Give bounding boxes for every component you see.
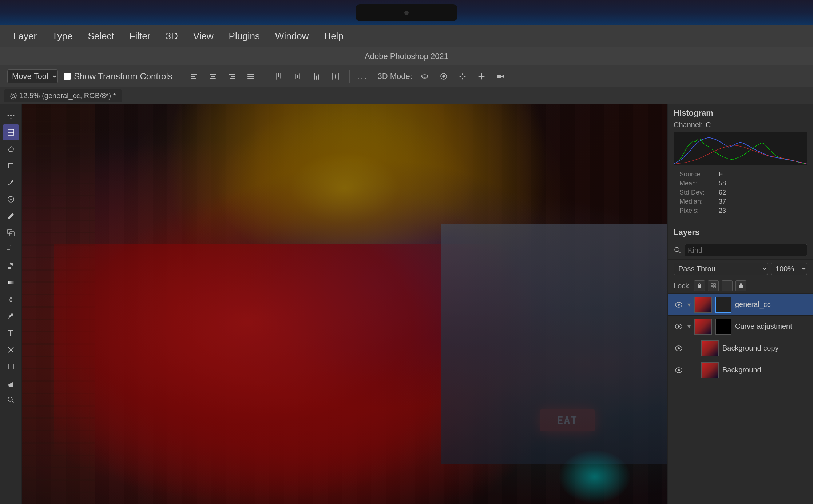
3d-video-icon[interactable]: [494, 70, 507, 83]
lock-image-btn[interactable]: [708, 280, 719, 291]
svg-rect-53: [711, 286, 713, 288]
lasso-tool-btn[interactable]: [3, 141, 19, 157]
3d-orbit-icon[interactable]: [437, 70, 450, 83]
3d-pan-icon[interactable]: [456, 70, 469, 83]
transform-controls-label: Show Transform Controls: [74, 71, 172, 81]
transform-controls-checkbox[interactable]: [64, 73, 71, 80]
align-left-icon[interactable]: [187, 70, 201, 83]
divider-1: [180, 70, 180, 83]
svg-rect-11: [247, 78, 254, 79]
opacity-select[interactable]: 100%: [771, 263, 807, 275]
mean-value: 58: [719, 180, 726, 187]
svg-line-49: [679, 251, 681, 253]
menu-help[interactable]: Help: [318, 28, 349, 44]
svg-rect-12: [276, 73, 277, 80]
layer-eye-2[interactable]: [674, 321, 684, 332]
svg-rect-9: [247, 74, 254, 75]
divider-3: [349, 70, 350, 83]
eraser-tool-btn[interactable]: [3, 258, 19, 274]
svg-rect-18: [314, 73, 315, 80]
svg-rect-19: [316, 75, 317, 79]
layer-expand-2[interactable]: ▾: [687, 323, 691, 331]
layer-expand-1[interactable]: ▾: [687, 301, 691, 309]
3d-slide-icon[interactable]: [475, 70, 488, 83]
zoom-tool-btn[interactable]: [3, 392, 19, 408]
valign-top-icon[interactable]: [272, 70, 285, 83]
valign-bottom-icon[interactable]: [310, 70, 323, 83]
layer-name-2: Curve adjustment: [735, 322, 807, 331]
svg-rect-22: [338, 73, 338, 80]
more-options-icon[interactable]: ...: [357, 71, 368, 82]
layer-row-4[interactable]: Background: [668, 359, 813, 381]
align-justify-icon[interactable]: [244, 70, 257, 83]
divider-2: [265, 70, 265, 83]
brush-tool-btn[interactable]: [3, 208, 19, 224]
svg-rect-10: [247, 76, 254, 76]
menu-layer[interactable]: Layer: [7, 28, 43, 44]
main-area: T EAT: [0, 104, 813, 504]
layer-mask-2[interactable]: [715, 319, 731, 335]
align-right-icon[interactable]: [225, 70, 238, 83]
svg-rect-2: [191, 78, 196, 79]
layer-eye-1[interactable]: [674, 300, 684, 310]
menu-type[interactable]: Type: [46, 28, 78, 44]
menu-3d[interactable]: 3D: [160, 28, 183, 44]
crop-tool-btn[interactable]: [3, 158, 19, 174]
svg-line-42: [12, 401, 14, 403]
blend-mode-select[interactable]: Pass Throu Normal Multiply Screen: [674, 263, 768, 275]
menu-view[interactable]: View: [187, 28, 219, 44]
layer-row-3[interactable]: Background copy: [668, 337, 813, 359]
svg-rect-36: [9, 262, 14, 266]
3d-rotate-icon[interactable]: [418, 70, 431, 83]
channel-label: Channel:: [674, 121, 703, 129]
clone-tool-btn[interactable]: [3, 225, 19, 241]
layer-mask-1[interactable]: [715, 297, 731, 313]
pixels-label: Pixels:: [679, 207, 716, 215]
svg-rect-51: [711, 284, 713, 285]
valign-center-icon[interactable]: [291, 70, 304, 83]
search-icon: [674, 246, 682, 254]
layer-row-2[interactable]: ▾ Curve adjustment: [668, 316, 813, 337]
layer-row-1[interactable]: ▾ general_cc: [668, 294, 813, 316]
lock-artboard-btn[interactable]: [722, 280, 733, 291]
menu-window[interactable]: Window: [269, 28, 314, 44]
menu-select[interactable]: Select: [82, 28, 120, 44]
layer-eye-4[interactable]: [674, 365, 684, 375]
app-title-bar: Adobe Photoshop 2021: [0, 47, 813, 65]
layers-title: Layers: [674, 228, 699, 237]
healing-tool-btn[interactable]: [3, 191, 19, 207]
gradient-tool-btn[interactable]: [3, 275, 19, 291]
source-value: E: [719, 171, 723, 178]
lock-transparent-btn[interactable]: [694, 280, 705, 291]
menu-plugins[interactable]: Plugins: [223, 28, 266, 44]
layers-kind-filter[interactable]: [685, 244, 807, 256]
blur-tool-btn[interactable]: [3, 292, 19, 308]
layers-search-row: [668, 241, 813, 260]
distribute-icon[interactable]: [329, 70, 342, 83]
lock-all-btn[interactable]: [735, 280, 746, 291]
hand-tool-btn[interactable]: [3, 375, 19, 391]
svg-rect-52: [714, 284, 715, 285]
layer-eye-3[interactable]: [674, 343, 684, 353]
tool-select[interactable]: Move Tool: [7, 69, 58, 83]
svg-rect-38: [8, 281, 14, 284]
histogram-chart: [674, 132, 807, 165]
type-tool-btn[interactable]: T: [3, 325, 19, 341]
layers-panel: Layers Pass Throu Normal Multiply Screen…: [668, 224, 813, 504]
align-center-icon[interactable]: [206, 70, 219, 83]
panel-collapse-btn[interactable]: «: [667, 104, 668, 117]
svg-point-41: [8, 397, 12, 401]
3d-mode-label: 3D Mode:: [377, 72, 412, 81]
svg-rect-37: [8, 267, 11, 269]
move-tool-btn[interactable]: [3, 108, 19, 124]
pen-tool-btn[interactable]: [3, 308, 19, 324]
shape-tool-btn[interactable]: [3, 359, 19, 375]
layer-name-4: Background: [722, 366, 807, 374]
history-tool-btn[interactable]: [3, 241, 19, 257]
path-select-tool-btn[interactable]: [3, 342, 19, 358]
menu-filter[interactable]: Filter: [124, 28, 156, 44]
svg-point-26: [443, 75, 445, 77]
artboard-tool-btn[interactable]: [3, 124, 19, 140]
document-tab[interactable]: @ 12.5% (general_cc, RGB/8*) *: [4, 89, 122, 102]
eyedropper-tool-btn[interactable]: [3, 175, 19, 191]
